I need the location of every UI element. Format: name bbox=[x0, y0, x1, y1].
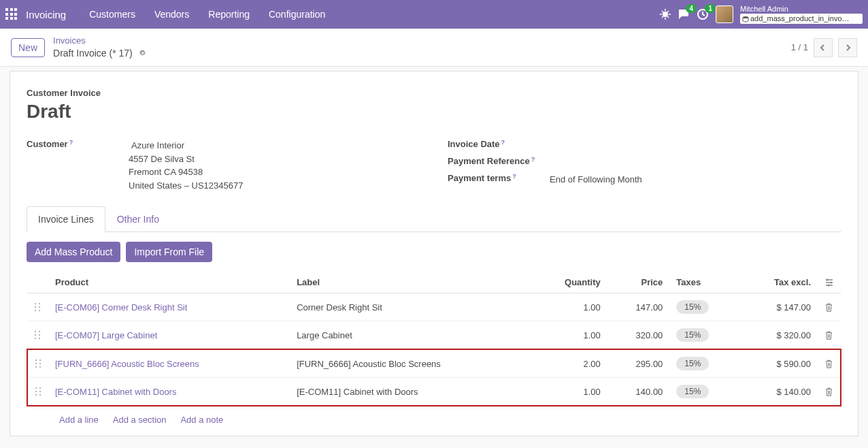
help-icon[interactable]: ? bbox=[512, 173, 516, 180]
svg-point-29 bbox=[39, 394, 41, 396]
cell-price[interactable]: 147.00 bbox=[607, 293, 670, 321]
cell-tax[interactable]: 15% bbox=[669, 293, 740, 321]
svg-point-18 bbox=[35, 359, 37, 361]
cell-tax[interactable]: 15% bbox=[669, 321, 740, 350]
cell-product[interactable]: [E-COM06] Corner Desk Right Sit bbox=[48, 293, 290, 321]
cell-label[interactable]: Corner Desk Right Sit bbox=[290, 293, 531, 321]
tabs: Invoice Lines Other Info bbox=[27, 206, 841, 232]
svg-point-25 bbox=[39, 387, 41, 389]
new-button[interactable]: New bbox=[11, 38, 45, 57]
debug-icon[interactable] bbox=[660, 9, 671, 20]
cell-label[interactable]: [E-COM11] Cabinet with Doors bbox=[290, 378, 531, 406]
cell-qty[interactable]: 1.00 bbox=[531, 321, 607, 350]
nav-configuration[interactable]: Configuration bbox=[261, 9, 333, 20]
svg-point-15 bbox=[39, 334, 40, 336]
apps-menu-icon[interactable] bbox=[5, 8, 18, 20]
delete-row-icon[interactable] bbox=[818, 378, 841, 406]
cell-qty[interactable]: 1.00 bbox=[531, 293, 607, 321]
tab-invoice-lines[interactable]: Invoice Lines bbox=[27, 206, 105, 232]
drag-handle-icon[interactable] bbox=[27, 378, 48, 406]
table-row[interactable]: [E-COM07] Large Cabinet Large Cabinet 1.… bbox=[27, 321, 841, 350]
svg-point-12 bbox=[35, 331, 36, 332]
payment-terms-value[interactable]: End of Following Month bbox=[550, 173, 841, 187]
add-note-link[interactable]: Add a note bbox=[180, 415, 223, 425]
nav-reporting[interactable]: Reporting bbox=[200, 9, 258, 20]
import-from-file-button[interactable]: Import From File bbox=[126, 242, 212, 262]
add-line-link[interactable]: Add a line bbox=[59, 415, 99, 425]
svg-point-7 bbox=[39, 303, 40, 304]
svg-point-0 bbox=[663, 12, 668, 17]
cell-label[interactable]: Large Cabinet bbox=[290, 321, 531, 350]
svg-point-3 bbox=[827, 278, 829, 281]
cell-product[interactable]: [FURN_6666] Acoustic Bloc Screens bbox=[48, 349, 290, 378]
cell-product[interactable]: [E-COM07] Large Cabinet bbox=[48, 321, 290, 350]
svg-point-6 bbox=[35, 303, 36, 304]
cell-price[interactable]: 320.00 bbox=[607, 321, 670, 350]
breadcrumb-parent[interactable]: Invoices bbox=[53, 35, 148, 47]
svg-point-22 bbox=[35, 366, 37, 368]
cell-tax[interactable]: 15% bbox=[669, 378, 740, 406]
add-section-link[interactable]: Add a section bbox=[113, 415, 167, 425]
nav-vendors[interactable]: Vendors bbox=[146, 9, 197, 20]
cell-price[interactable]: 140.00 bbox=[607, 378, 670, 406]
nav-customers[interactable]: Customers bbox=[81, 9, 144, 20]
cell-label[interactable]: [FURN_6666] Acoustic Bloc Screens bbox=[290, 349, 531, 378]
col-price: Price bbox=[607, 272, 670, 293]
tab-other-info[interactable]: Other Info bbox=[105, 206, 171, 232]
pager-next[interactable] bbox=[838, 38, 857, 57]
cell-qty[interactable]: 2.00 bbox=[531, 349, 607, 378]
database-name: add_mass_product_in_invo… bbox=[740, 14, 863, 24]
page-subtitle: Customer Invoice bbox=[27, 88, 841, 98]
table-row[interactable]: [E-COM06] Corner Desk Right Sit Corner D… bbox=[27, 293, 841, 321]
cell-price[interactable]: 295.00 bbox=[607, 349, 670, 378]
customer-label: Customer bbox=[27, 139, 68, 149]
pager-text: 1 / 1 bbox=[791, 42, 808, 52]
svg-point-23 bbox=[39, 366, 41, 368]
svg-point-28 bbox=[35, 394, 37, 396]
user-menu[interactable]: Mitchell Admin add_mass_product_in_invo… bbox=[740, 5, 863, 24]
messaging-icon[interactable]: 4 bbox=[678, 8, 690, 20]
svg-point-2 bbox=[743, 16, 748, 18]
messaging-badge: 4 bbox=[686, 4, 697, 13]
delete-row-icon[interactable] bbox=[818, 321, 841, 350]
help-icon[interactable]: ? bbox=[531, 156, 535, 163]
svg-point-11 bbox=[39, 310, 40, 311]
adjust-columns-icon[interactable] bbox=[818, 272, 841, 293]
top-navbar: Invoicing Customers Vendors Reporting Co… bbox=[0, 0, 868, 29]
help-icon[interactable]: ? bbox=[501, 139, 505, 146]
drag-handle-icon[interactable] bbox=[27, 349, 48, 378]
drag-handle-icon[interactable] bbox=[27, 321, 48, 350]
pager-prev[interactable] bbox=[814, 38, 833, 57]
col-tax-excl: Tax excl. bbox=[741, 272, 818, 293]
add-mass-product-button[interactable]: Add Mass Product bbox=[27, 242, 120, 262]
cell-subtotal: $ 140.00 bbox=[741, 378, 818, 406]
delete-row-icon[interactable] bbox=[818, 293, 841, 321]
cell-product[interactable]: [E-COM11] Cabinet with Doors bbox=[48, 378, 290, 406]
table-row[interactable]: [E-COM11] Cabinet with Doors [E-COM11] C… bbox=[27, 378, 841, 406]
drag-handle-icon[interactable] bbox=[27, 293, 48, 321]
invoice-lines-table: Product Label Quantity Price Taxes Tax e… bbox=[27, 272, 841, 406]
activity-icon[interactable]: 1 bbox=[697, 8, 709, 20]
col-product: Product bbox=[48, 272, 290, 293]
table-row[interactable]: [FURN_6666] Acoustic Bloc Screens [FURN_… bbox=[27, 349, 841, 378]
svg-point-8 bbox=[35, 306, 36, 308]
form-sheet: Customer Invoice Draft Customer? Azure I… bbox=[10, 71, 858, 436]
user-avatar[interactable] bbox=[716, 5, 733, 23]
gear-icon[interactable] bbox=[138, 48, 148, 58]
svg-point-27 bbox=[39, 391, 41, 392]
svg-point-26 bbox=[35, 391, 37, 392]
svg-point-17 bbox=[39, 338, 40, 339]
cell-qty[interactable]: 1.00 bbox=[531, 378, 607, 406]
svg-point-13 bbox=[39, 331, 40, 332]
help-icon[interactable]: ? bbox=[69, 139, 73, 146]
username: Mitchell Admin bbox=[740, 5, 863, 14]
app-brand[interactable]: Invoicing bbox=[26, 9, 66, 20]
svg-point-16 bbox=[35, 338, 36, 339]
svg-point-10 bbox=[35, 310, 36, 311]
svg-point-21 bbox=[39, 363, 41, 364]
cell-tax[interactable]: 15% bbox=[669, 349, 740, 378]
customer-value[interactable]: Azure Interior 4557 De Silva St Fremont … bbox=[129, 139, 420, 192]
col-label: Label bbox=[290, 272, 531, 293]
invoice-date-label: Invoice Date bbox=[448, 139, 500, 149]
delete-row-icon[interactable] bbox=[818, 349, 841, 378]
